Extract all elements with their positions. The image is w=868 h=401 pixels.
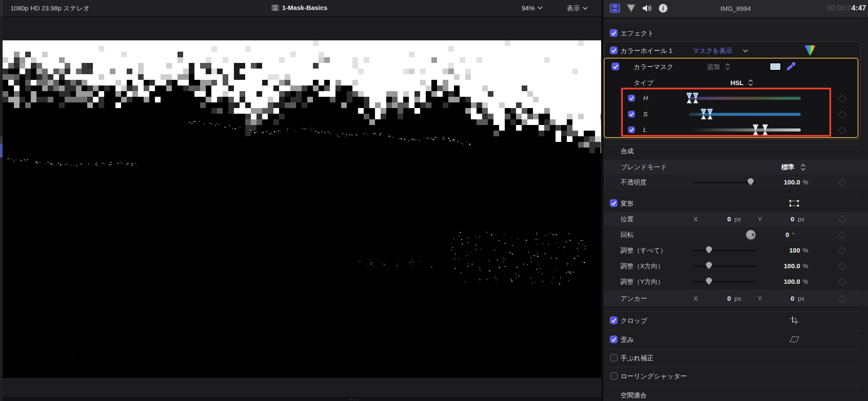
color-wheel-label: カラーホイール 1 [621, 47, 672, 55]
viewer-canvas[interactable] [3, 40, 601, 378]
scale-x-slider-handle[interactable] [706, 262, 712, 270]
divider [607, 348, 860, 349]
effects-label: エフェクト [621, 30, 654, 38]
scale-x-value: 100.0 [784, 262, 800, 270]
opacity-unit: % [803, 179, 808, 186]
project-title: 1-Mask-Basics [282, 4, 327, 11]
zoom-select[interactable]: 94% [522, 4, 542, 12]
filmstrip-icon [272, 5, 279, 11]
view-label: 表示 [567, 4, 580, 13]
divider [607, 290, 860, 290]
crop-label: クロップ [621, 317, 647, 325]
distort-checkbox[interactable] [610, 335, 618, 343]
inspector-header: i IMG_8994 00:00:04:47 [603, 0, 868, 18]
scale-y-label: 調整（Y方向） [621, 278, 664, 286]
eyedropper-icon[interactable] [786, 61, 796, 72]
keyframe-diamond[interactable] [838, 262, 846, 270]
keyframe-diamond[interactable] [838, 178, 846, 186]
scale-x-row: 調整（X方向） 100.0 % [603, 259, 868, 273]
transform-checkbox[interactable] [610, 199, 618, 207]
view-menu[interactable]: 表示 [567, 4, 588, 13]
keyframe-diamond[interactable] [838, 247, 846, 254]
position-label: 位置 [621, 215, 634, 224]
format-label: 1080p HD 23.98p ステレオ [10, 4, 90, 13]
check-icon [611, 337, 617, 342]
divider [607, 385, 860, 386]
keyframe-diamond[interactable] [838, 278, 846, 286]
hue-range-handle-low[interactable] [686, 92, 692, 104]
anchor-x-value[interactable]: 0 [697, 295, 731, 302]
blend-mode-value[interactable]: 標準 [781, 163, 794, 171]
keyframe-diamond[interactable] [838, 215, 846, 223]
effects-checkbox[interactable] [610, 29, 618, 37]
show-mask-button[interactable]: マスクを表示 [693, 47, 732, 55]
project-title-group: 1-Mask-Basics [272, 4, 327, 11]
rolling-shutter-label: ローリングシャッター [621, 372, 687, 381]
rotation-row: 回転 0 ° [603, 227, 868, 242]
luma-range-handle-low[interactable] [753, 124, 759, 136]
viewer-pane: 1080p HD 23.98p ステレオ 1-Mask-Basics 94% 表… [3, 0, 602, 401]
pane-drag-handle[interactable] [351, 399, 358, 400]
distort-icon[interactable] [789, 336, 799, 343]
check-icon [613, 64, 618, 69]
stabilization-checkbox[interactable] [610, 354, 618, 362]
rotation-value-group[interactable]: 0 ° [729, 231, 794, 238]
mask-color-swatch[interactable] [769, 62, 782, 71]
scale-y-value-group[interactable]: 100.0 % [733, 278, 808, 285]
compositing-header: 合成 [621, 147, 634, 155]
saturation-range-handle-low[interactable] [700, 108, 707, 120]
anchor-y-value[interactable]: 0 [760, 295, 794, 302]
hue-checkbox[interactable] [628, 95, 635, 102]
scale-y-unit: % [803, 278, 808, 285]
crop-icon[interactable] [790, 316, 799, 325]
chevron-down-icon[interactable] [743, 49, 748, 53]
chevron-down-icon [583, 7, 588, 10]
anchor-label: アンカー [621, 295, 647, 303]
hue-range-handle-high[interactable] [693, 92, 699, 104]
type-label: タイプ [634, 79, 654, 87]
updown-chevron-icon [801, 164, 806, 171]
unit-label: px [734, 295, 741, 302]
luma-range-slider[interactable] [689, 128, 801, 131]
luma-checkbox[interactable] [628, 126, 635, 133]
mask-add-mode[interactable]: 追加 [707, 63, 720, 71]
scale-all-slider-handle[interactable] [706, 246, 712, 254]
opacity-label: 不透明度 [621, 178, 647, 187]
divider [607, 194, 860, 194]
keyframe-diamond[interactable] [838, 231, 846, 239]
scale-x-value-group[interactable]: 100.0 % [733, 262, 808, 270]
opacity-row: 不透明度 100.0 % [603, 175, 868, 190]
divider [607, 21, 860, 22]
keyframe-diamond[interactable] [838, 295, 846, 302]
type-value[interactable]: HSL [730, 79, 743, 86]
luma-range-handle-high[interactable] [762, 124, 768, 136]
check-icon [629, 112, 634, 117]
opacity-value-group[interactable]: 100.0 % [733, 178, 808, 186]
inspector-panel: i IMG_8994 00:00:04:47 エフェクト カラーホイール 1 マ… [603, 0, 868, 401]
unit-label: px [798, 215, 805, 223]
rolling-shutter-checkbox[interactable] [610, 372, 618, 380]
saturation-checkbox[interactable] [628, 111, 635, 118]
timecode: 00:00:04:47 [827, 4, 866, 12]
color-mask-checkbox[interactable] [612, 62, 619, 70]
scale-x-label: 調整（X方向） [621, 262, 664, 270]
position-x-value[interactable]: 0 [697, 215, 731, 223]
zoom-value: 94% [522, 4, 535, 12]
scale-y-slider-handle[interactable] [706, 277, 712, 285]
transform-icon[interactable] [789, 200, 799, 207]
crop-checkbox[interactable] [610, 316, 618, 324]
saturation-range-handle-high[interactable] [707, 108, 713, 120]
divider [607, 330, 860, 330]
scale-y-row: 調整（Y方向） 100.0 % [603, 274, 868, 289]
position-y-value[interactable]: 0 [760, 215, 794, 223]
color-wheel-icon[interactable] [804, 45, 816, 56]
check-icon [629, 128, 634, 132]
scale-all-unit: % [803, 247, 808, 254]
spatial-conform-label: 空間適合 [621, 391, 647, 400]
hue-range-slider[interactable] [689, 97, 801, 100]
scale-all-value-group[interactable]: 100 % [733, 247, 808, 254]
color-wheel-checkbox[interactable] [610, 46, 618, 54]
check-icon [611, 318, 617, 323]
color-mask-label: カラーマスク [634, 63, 674, 71]
divider [607, 311, 860, 312]
